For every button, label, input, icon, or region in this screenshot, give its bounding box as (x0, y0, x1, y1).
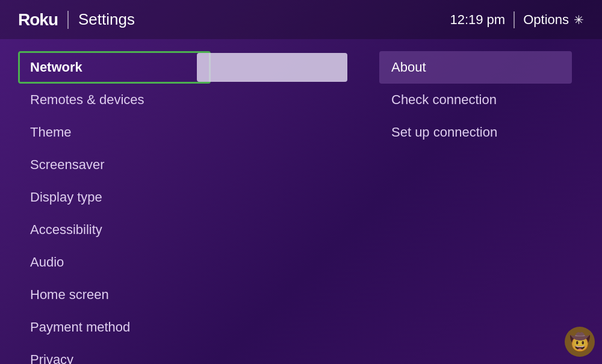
watermark: 🤠 (565, 327, 595, 357)
sidebar-item-home-screen[interactable]: Home screen (18, 279, 211, 311)
sidebar-item-audio[interactable]: Audio (18, 246, 211, 279)
submenu-item-check-connection[interactable]: Check connection (379, 84, 572, 116)
sidebar-item-screensaver[interactable]: Screensaver (18, 149, 211, 181)
sidebar-item-theme[interactable]: Theme (18, 116, 211, 149)
submenu-item-about[interactable]: About (379, 51, 572, 84)
header: Roku Settings 12:19 pm Options ✳ (0, 0, 602, 39)
watermark-icon: 🤠 (565, 327, 595, 357)
clock-display: 12:19 pm (450, 12, 505, 28)
sidebar-item-payment-method[interactable]: Payment method (18, 311, 211, 344)
sidebar-item-remotes[interactable]: Remotes & devices (18, 84, 211, 116)
main-content: Network Remotes & devices Theme Screensa… (0, 39, 602, 364)
options-star-icon: ✳ (574, 13, 584, 27)
submenu-item-setup-connection[interactable]: Set up connection (379, 116, 572, 149)
header-left: Roku Settings (18, 10, 135, 29)
page-title: Settings (78, 10, 135, 29)
sidebar-item-privacy[interactable]: Privacy (18, 344, 211, 364)
submenu: About Check connection Set up connection (379, 51, 572, 352)
settings-list: Network Remotes & devices Theme Screensa… (18, 51, 211, 352)
sidebar-item-display-type[interactable]: Display type (18, 181, 211, 214)
options-label: Options (523, 12, 569, 28)
roku-logo: Roku (18, 10, 58, 29)
header-right-divider (514, 11, 515, 28)
header-divider (67, 11, 69, 29)
header-right: 12:19 pm Options ✳ (450, 11, 584, 28)
sidebar-item-network[interactable]: Network (18, 51, 211, 84)
options-button[interactable]: Options ✳ (523, 12, 584, 28)
sidebar-item-accessibility[interactable]: Accessibility (18, 214, 211, 246)
